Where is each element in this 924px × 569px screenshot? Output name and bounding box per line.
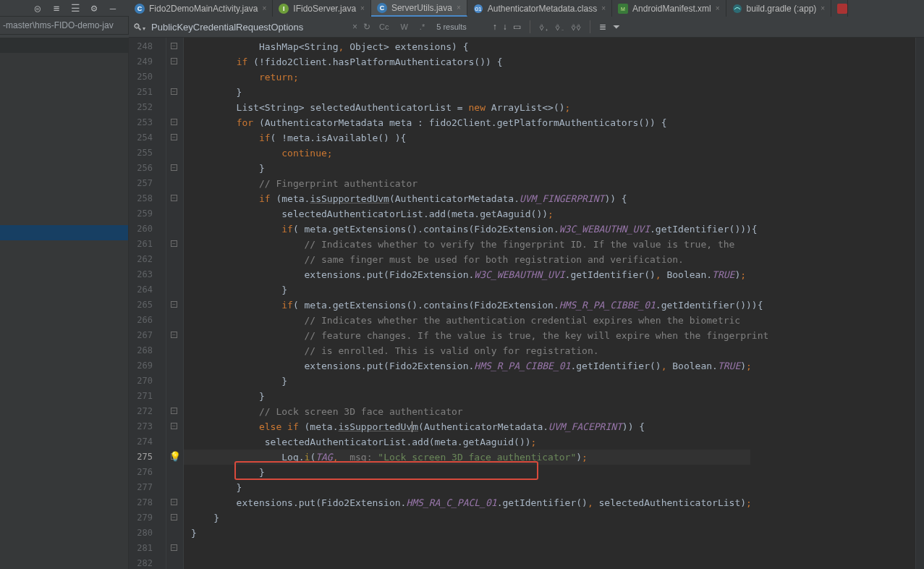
- code-line[interactable]: extensions.put(Fido2Extension.HMS_RA_C_P…: [191, 495, 750, 510]
- fold-marker-icon[interactable]: −: [171, 499, 177, 505]
- code-line[interactable]: continue;: [191, 146, 750, 161]
- tab-authenticatormetadata-class[interactable]: 01AuthenticatorMetadata.class×: [467, 0, 612, 17]
- marker-rail[interactable]: [915, 38, 924, 569]
- fold-marker-icon[interactable]: −: [171, 514, 177, 520]
- tab-serverutils-java[interactable]: CServerUtils.java×: [371, 0, 467, 17]
- code-line[interactable]: extensions.put(Fido2Extension.W3C_WEBAUT…: [191, 267, 750, 282]
- tab-label: ServerUtils.java: [391, 3, 452, 13]
- fold-marker-icon[interactable]: −: [171, 408, 177, 414]
- code-line[interactable]: // same finger must be used for both reg…: [191, 252, 750, 267]
- add-selection-icon[interactable]: ⎀₊: [539, 22, 549, 32]
- history-icon[interactable]: ↻: [363, 22, 370, 32]
- match-case-toggle[interactable]: Cc: [376, 22, 391, 31]
- fold-marker-icon[interactable]: −: [171, 134, 177, 140]
- whole-word-toggle[interactable]: W: [397, 22, 410, 31]
- fold-marker-icon[interactable]: −: [171, 544, 177, 551]
- tab-fido2demomainactivity-java[interactable]: CFido2DemoMainActivity.java×: [129, 0, 273, 17]
- fold-gutter[interactable]: −−−−−−−−−−−−−−−−💡: [166, 38, 184, 569]
- code-line[interactable]: }: [191, 389, 750, 404]
- fold-marker-icon[interactable]: −: [171, 332, 177, 338]
- code-line[interactable]: // Lock screen 3D face authenticator: [191, 404, 750, 419]
- tab-label: IFidoServer.java: [293, 4, 356, 14]
- line-number: 276: [129, 465, 166, 480]
- select-all-icon[interactable]: ▭: [513, 22, 521, 32]
- fold-marker-icon[interactable]: −: [171, 164, 177, 171]
- fold-marker-icon[interactable]: −: [171, 119, 177, 125]
- svg-text:01: 01: [475, 6, 481, 12]
- tab-androidmanifest-xml[interactable]: MAndroidManifest.xml×: [612, 0, 726, 17]
- close-icon[interactable]: ×: [457, 4, 461, 12]
- search-input[interactable]: [151, 22, 347, 33]
- list-icon[interactable]: ≡: [51, 2, 62, 14]
- code-line[interactable]: }: [191, 510, 750, 526]
- close-icon[interactable]: ×: [601, 4, 606, 12]
- code-editor[interactable]: 2482492502512522532542552562572582592602…: [129, 38, 924, 569]
- code-line[interactable]: // Indicates whether the authentication …: [191, 313, 750, 328]
- indent-icon[interactable]: ☰: [69, 2, 81, 14]
- code-line[interactable]: Log.i(TAG, msg: "Lock screen 3D face aut…: [191, 450, 750, 465]
- code-area[interactable]: HashMap<String, Object> extensions) { if…: [184, 38, 750, 569]
- breadcrumb-text: -master\hms-FIDO-demo-jav: [3, 20, 114, 30]
- close-icon[interactable]: ×: [263, 4, 267, 12]
- remove-selection-icon[interactable]: ⎀₋: [555, 22, 565, 32]
- fold-marker-icon[interactable]: −: [171, 88, 177, 95]
- code-line[interactable]: List<String> selectedAuthenticatorList =…: [191, 100, 750, 115]
- filter-settings-icon[interactable]: ≣: [599, 22, 606, 32]
- search-icon[interactable]: 🔍︎▾: [133, 22, 145, 33]
- tab-overflow[interactable]: [831, 0, 848, 17]
- code-line[interactable]: }: [191, 465, 750, 480]
- code-line[interactable]: }: [191, 374, 750, 389]
- code-line[interactable]: selectedAuthenticatorList.add(meta.getAa…: [191, 206, 750, 222]
- tab-build-gradle-app-[interactable]: build.gradle (:app)×: [726, 0, 832, 17]
- code-line[interactable]: }: [191, 85, 750, 100]
- tab-ifidoserver-java[interactable]: IIFidoServer.java×: [273, 0, 371, 17]
- next-match-icon[interactable]: ↓: [503, 22, 507, 32]
- tab-label: Fido2DemoMainActivity.java: [149, 4, 258, 14]
- gear-icon[interactable]: ⚙: [88, 2, 100, 14]
- line-number: 258: [129, 191, 166, 206]
- code-line[interactable]: else if (meta.isSupportedUvm(Authenticat…: [191, 419, 750, 434]
- code-line[interactable]: // Indicates whether to verify the finge…: [191, 237, 750, 252]
- code-line[interactable]: }: [191, 480, 750, 495]
- prev-match-icon[interactable]: ↑: [493, 22, 497, 32]
- fold-marker-icon[interactable]: −: [171, 43, 177, 49]
- project-pane[interactable]: [0, 38, 129, 569]
- line-number: 267: [129, 328, 166, 343]
- code-line[interactable]: // Fingerprint authenticator: [191, 176, 750, 191]
- fold-marker-icon[interactable]: −: [171, 58, 177, 64]
- regex-toggle[interactable]: .*: [417, 22, 428, 31]
- code-line[interactable]: }: [191, 526, 750, 541]
- close-icon[interactable]: ×: [821, 4, 825, 12]
- fold-marker-icon[interactable]: −: [171, 240, 177, 247]
- close-icon[interactable]: ×: [716, 4, 720, 12]
- code-line[interactable]: HashMap<String, Object> extensions) {: [191, 39, 750, 54]
- code-line[interactable]: if( meta.getExtensions().contains(Fido2E…: [191, 298, 750, 313]
- code-line[interactable]: selectedAuthenticatorList.add(meta.getAa…: [191, 434, 750, 450]
- code-line[interactable]: }: [191, 282, 750, 298]
- svg-point-4: [733, 4, 742, 13]
- code-line[interactable]: if( meta.getExtensions().contains(Fido2E…: [191, 222, 750, 237]
- clear-search-icon[interactable]: ×: [352, 22, 357, 32]
- close-icon[interactable]: ×: [360, 4, 365, 12]
- code-line[interactable]: // is enrolled. This is valid only for r…: [191, 343, 750, 358]
- code-line[interactable]: // feature changes. If the value is true…: [191, 328, 750, 343]
- I-icon: I: [279, 4, 289, 14]
- target-icon[interactable]: ◎: [32, 2, 43, 14]
- line-number: 282: [129, 556, 166, 569]
- code-line[interactable]: extensions.put(Fido2Extension.HMS_R_PA_C…: [191, 358, 750, 374]
- fold-marker-icon[interactable]: −: [171, 301, 177, 308]
- code-line[interactable]: if( !meta.isAvailable() ){: [191, 130, 750, 146]
- code-line[interactable]: if (meta.isSupportedUvm(AuthenticatorMet…: [191, 191, 750, 206]
- right-empty-area: [750, 38, 915, 569]
- fold-marker-icon[interactable]: −: [171, 195, 177, 201]
- intention-bulb-icon[interactable]: 💡: [169, 451, 179, 461]
- filter-icon[interactable]: ⏷: [612, 22, 621, 32]
- code-line[interactable]: return;: [191, 69, 750, 85]
- fold-marker-icon[interactable]: −: [171, 423, 177, 429]
- line-number: 275: [129, 450, 166, 465]
- collapse-icon[interactable]: —: [107, 2, 119, 14]
- code-line[interactable]: for (AuthenticatorMetadata meta : fido2C…: [191, 115, 750, 130]
- code-line[interactable]: }: [191, 161, 750, 176]
- select-occurrences-icon[interactable]: ⎀⎀: [571, 22, 581, 32]
- code-line[interactable]: if (!fido2Client.hasPlatformAuthenticato…: [191, 54, 750, 69]
